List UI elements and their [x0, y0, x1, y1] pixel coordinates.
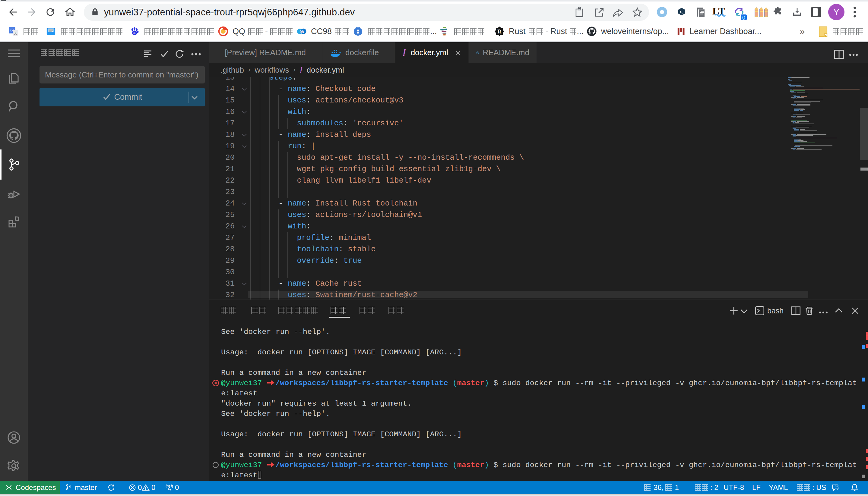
- svg-text:X: X: [14, 31, 17, 35]
- svg-text:du: du: [133, 32, 136, 35]
- svg-text:98: 98: [299, 30, 304, 34]
- svg-text:R: R: [497, 29, 502, 35]
